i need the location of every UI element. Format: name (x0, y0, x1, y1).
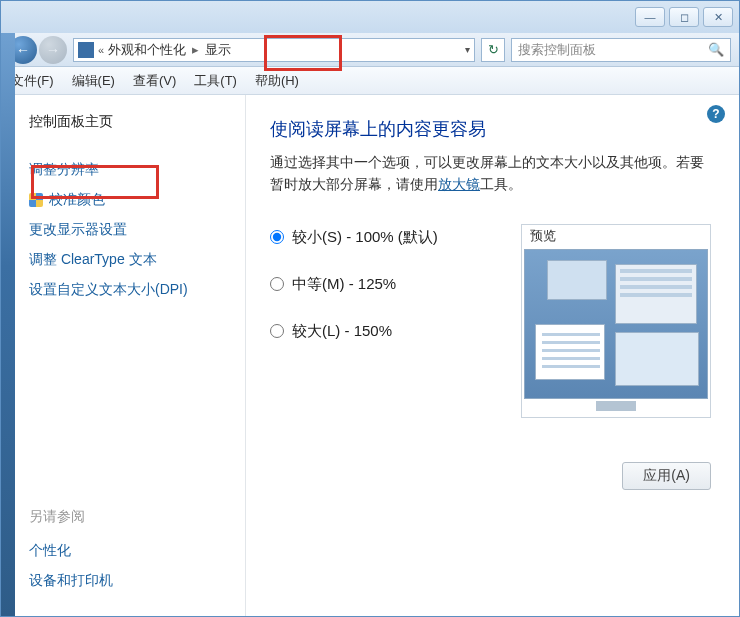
preview-label: 预览 (524, 227, 708, 249)
titlebar: — ◻ ✕ (1, 1, 739, 33)
magnifier-link[interactable]: 放大镜 (438, 176, 480, 192)
option-label: 中等(M) - 125% (292, 275, 396, 294)
breadcrumb-separator-icon: ▸ (190, 42, 201, 57)
address-dropdown-icon[interactable]: ▾ (465, 44, 470, 55)
radio-medium[interactable] (270, 277, 284, 291)
sidebar-item-calibrate-color[interactable]: 校准颜色 (29, 185, 235, 215)
see-also-devices-printers[interactable]: 设备和打印机 (29, 566, 113, 596)
sidebar-item-resolution[interactable]: 调整分辨率 (29, 155, 235, 185)
help-icon[interactable]: ? (707, 105, 725, 123)
control-panel-icon (78, 42, 94, 58)
sidebar-item-label: 更改显示器设置 (29, 221, 127, 239)
sidebar-item-label: 调整 ClearType 文本 (29, 251, 157, 269)
address-bar: ← → « 外观和个性化 ▸ 显示 ▾ ↻ 搜索控制面板 🔍 (1, 33, 739, 67)
maximize-button[interactable]: ◻ (669, 7, 699, 27)
sidebar: 控制面板主页 调整分辨率 校准颜色 更改显示器设置 调整 ClearType 文… (1, 95, 246, 616)
option-medium[interactable]: 中等(M) - 125% (270, 275, 501, 294)
history-chevron-icon[interactable]: « (98, 44, 104, 56)
radio-larger[interactable] (270, 324, 284, 338)
radio-smaller[interactable] (270, 230, 284, 244)
apply-button[interactable]: 应用(A) (622, 462, 711, 490)
main-panel: ? 使阅读屏幕上的内容更容易 通过选择其中一个选项，可以更改屏幕上的文本大小以及… (246, 95, 739, 616)
menu-view[interactable]: 查看(V) (133, 72, 176, 90)
sidebar-item-cleartype[interactable]: 调整 ClearType 文本 (29, 245, 235, 275)
left-window-edge (1, 33, 15, 616)
breadcrumb-segment[interactable]: 外观和个性化 (108, 41, 186, 59)
search-placeholder: 搜索控制面板 (518, 41, 596, 59)
page-description: 通过选择其中一个选项，可以更改屏幕上的文本大小以及其他项。若要暂时放大部分屏幕，… (270, 151, 711, 196)
sidebar-item-label: 调整分辨率 (29, 161, 99, 179)
text-size-options: 较小(S) - 100% (默认) 中等(M) - 125% 较大(L) - 1… (270, 224, 501, 418)
menu-file[interactable]: 文件(F) (11, 72, 54, 90)
menu-bar: 文件(F) 编辑(E) 查看(V) 工具(T) 帮助(H) (1, 67, 739, 95)
option-larger[interactable]: 较大(L) - 150% (270, 322, 501, 341)
option-smaller[interactable]: 较小(S) - 100% (默认) (270, 228, 501, 247)
search-input[interactable]: 搜索控制面板 🔍 (511, 38, 731, 62)
option-label: 较小(S) - 100% (默认) (292, 228, 438, 247)
forward-button[interactable]: → (39, 36, 67, 64)
menu-help[interactable]: 帮助(H) (255, 72, 299, 90)
sidebar-item-label: 校准颜色 (49, 191, 105, 209)
desc-text-after: 工具。 (480, 176, 522, 192)
page-title: 使阅读屏幕上的内容更容易 (270, 117, 711, 141)
sidebar-item-label: 设置自定义文本大小(DPI) (29, 281, 188, 299)
see-also-personalization[interactable]: 个性化 (29, 536, 113, 566)
minimize-button[interactable]: — (635, 7, 665, 27)
sidebar-item-custom-dpi[interactable]: 设置自定义文本大小(DPI) (29, 275, 235, 305)
see-also-section: 另请参阅 个性化 设备和打印机 (29, 508, 113, 596)
menu-tools[interactable]: 工具(T) (194, 72, 237, 90)
preview-panel: 预览 (521, 224, 711, 418)
sidebar-item-display-settings[interactable]: 更改显示器设置 (29, 215, 235, 245)
monitor-preview-icon (524, 249, 708, 399)
close-button[interactable]: ✕ (703, 7, 733, 27)
breadcrumb-segment[interactable]: 显示 (205, 41, 231, 59)
see-also-header: 另请参阅 (29, 508, 113, 526)
refresh-button[interactable]: ↻ (481, 38, 505, 62)
breadcrumb[interactable]: « 外观和个性化 ▸ 显示 ▾ (73, 38, 475, 62)
option-label: 较大(L) - 150% (292, 322, 392, 341)
control-panel-home-link[interactable]: 控制面板主页 (29, 113, 235, 131)
shield-icon (29, 193, 43, 207)
menu-edit[interactable]: 编辑(E) (72, 72, 115, 90)
search-icon[interactable]: 🔍 (708, 42, 724, 57)
